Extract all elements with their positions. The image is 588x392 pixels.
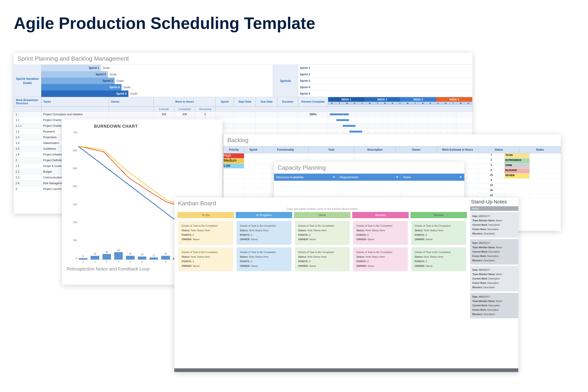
dropdown-icon[interactable] xyxy=(333,176,335,178)
x-tick: 2 xyxy=(91,261,99,263)
sprint-goal-text: Goals xyxy=(115,79,124,82)
y-tick: 100 xyxy=(69,239,77,242)
y-tick: 400 xyxy=(69,185,77,188)
bar: 40 xyxy=(114,249,123,260)
x-tick: 3 xyxy=(103,261,111,263)
wbs-header: Work Breakdown Structure xyxy=(14,97,41,106)
standup-title: Stand-Up Notes xyxy=(470,198,518,206)
week-header: WEEK 1 xyxy=(328,97,364,102)
sprint-goal-row: Sprint 1 Goals xyxy=(41,65,273,71)
bar: 30 xyxy=(103,251,111,260)
backlog-header: Description xyxy=(354,146,395,154)
sprint-goal-row: Sprint 4 Goals xyxy=(41,84,273,90)
x-tick: 6 xyxy=(138,261,146,263)
sprint-bar: Sprint 5 xyxy=(41,90,128,97)
sprint-label: Sprint 3 xyxy=(298,78,472,84)
day-header: W xyxy=(457,102,465,105)
dropdown-icon[interactable] xyxy=(460,176,462,178)
owner-header: Owner xyxy=(109,97,154,106)
kanban-card[interactable]: Details of Task to Be Completed Status: … xyxy=(411,221,466,244)
x-tick: 8 xyxy=(161,261,170,263)
sprint-label: Sprint 2 xyxy=(298,71,472,78)
y-tick: 300 xyxy=(69,203,77,206)
backlog-header: Priority xyxy=(224,146,244,154)
week-header: WEEK 3 xyxy=(400,97,436,102)
day-header: F xyxy=(396,102,404,105)
standup-note[interactable]: Date: MM/DD/YYTeam Member Name: NameCurr… xyxy=(470,239,518,264)
kanban-title: Kanban Board xyxy=(174,198,470,207)
standup-note[interactable]: Date: MM/DD/YYTeam Member Name: NameCurr… xyxy=(470,212,518,238)
week-header: WEEK 4 xyxy=(436,97,472,102)
bar: 20 xyxy=(91,252,99,260)
sprints-label: Sprints xyxy=(273,65,298,97)
kanban-card[interactable]: Details of Task to Be Completed Status: … xyxy=(353,247,408,271)
backlog-header: Status xyxy=(478,146,519,154)
x-tick: 4 xyxy=(114,261,123,263)
capacity-title: Capacity Planning xyxy=(274,162,464,174)
start-header: Start Date xyxy=(234,97,256,106)
day-header: M xyxy=(328,102,336,105)
sprint-panel-title: Sprint Planning and Backlog Management xyxy=(14,53,472,64)
standup-note[interactable]: Date: MM/DD/YYTeam Member Name: NameCurr… xyxy=(470,266,518,292)
capacity-panel: Capacity Planning Resource AvailabilityR… xyxy=(274,162,464,203)
y-tick: 600 xyxy=(69,149,77,152)
backlog-row[interactable]: High 1 TO DO xyxy=(224,154,561,158)
kanban-card[interactable]: Details of Task to Be Completed Status: … xyxy=(411,247,466,271)
tasks-header: Tasks xyxy=(41,97,109,106)
y-tick: 0 xyxy=(69,257,77,260)
x-tick: 7 xyxy=(150,261,158,263)
kanban-footer-bar xyxy=(174,368,518,372)
day-header: F xyxy=(359,102,366,105)
capacity-col-header[interactable]: Requirements xyxy=(338,174,401,181)
backlog-header: Sprint xyxy=(244,146,263,154)
kanban-col-header: Blocked xyxy=(352,212,409,218)
day-header: M xyxy=(404,102,411,105)
kanban-card[interactable]: Details of Task to Be Completed Status: … xyxy=(353,221,408,244)
wbs-row[interactable]: 1 Project Conception and Initiation 309 … xyxy=(14,112,472,117)
y-tick: 500 xyxy=(69,167,77,170)
sprint-label: Sprint 5 xyxy=(298,90,472,97)
kanban-column: To Do Details of Task to Be Completed St… xyxy=(178,212,234,274)
kanban-card[interactable]: Details of Task to Be Completed Status: … xyxy=(237,221,291,244)
kanban-col-header: Done xyxy=(294,212,350,218)
kanban-column: Done Details of Task to Be Completed Sta… xyxy=(294,212,350,274)
kanban-card[interactable]: Details of Task to Be Completed Status: … xyxy=(237,247,291,271)
dropdown-icon[interactable] xyxy=(396,176,398,178)
sprint-header: Sprint xyxy=(215,97,234,106)
estimate-header: Estimate xyxy=(154,106,174,112)
day-header: W xyxy=(419,102,427,105)
day-header: T xyxy=(336,102,343,105)
backlog-header: Task xyxy=(308,146,354,154)
kanban-card[interactable]: Details of Task to Be Completed Status: … xyxy=(295,221,350,244)
day-header: T xyxy=(412,102,419,105)
sprint-goal-text: Goals xyxy=(128,92,137,95)
bar: 11 xyxy=(150,254,158,260)
backlog-header: Owner xyxy=(395,146,437,154)
week-header: WEEK 2 xyxy=(364,97,400,102)
kanban-column: Review Details of Task to Be Completed S… xyxy=(410,212,467,274)
kanban-card[interactable]: Details of Task to Be Completed Status: … xyxy=(295,247,350,271)
page-title: Agile Production Scheduling Template xyxy=(14,14,574,32)
kanban-card[interactable]: Details of Task to Be Completed Status: … xyxy=(179,221,233,244)
day-header: W xyxy=(343,102,351,105)
sprint-bar: Sprint 2 xyxy=(41,71,108,78)
capacity-col-header[interactable]: Notes xyxy=(401,174,464,181)
day-header: R xyxy=(427,102,434,105)
kanban-column: In Progress Details of Task to Be Comple… xyxy=(236,212,292,274)
kanban-panel: Kanban Board Copy and paste Kanban cards… xyxy=(174,198,518,372)
backlog-title: Backlog xyxy=(224,134,561,146)
burndown-title: BURNDOWN CHART xyxy=(62,120,222,131)
day-header: M xyxy=(442,102,449,105)
day-header: R xyxy=(351,102,359,105)
completed-header: Completed xyxy=(174,106,195,112)
capacity-col-header[interactable]: Resource Availability xyxy=(274,174,338,181)
backlog-header: Functionality xyxy=(263,146,308,154)
kanban-card[interactable]: Details of Task to Be Completed Status: … xyxy=(179,247,233,271)
y-tick: 200 xyxy=(69,221,77,224)
sprint-bar: Sprint 4 xyxy=(41,84,122,90)
notes-label: Notes xyxy=(470,206,518,211)
bar: 20 xyxy=(126,252,134,260)
standup-note[interactable]: Date: MM/DD/YYTeam Member Name: NameCurr… xyxy=(470,293,518,318)
sprint-goal-row: Sprint 2 Goals xyxy=(41,71,273,78)
remaining-header: Remaining xyxy=(195,106,215,112)
